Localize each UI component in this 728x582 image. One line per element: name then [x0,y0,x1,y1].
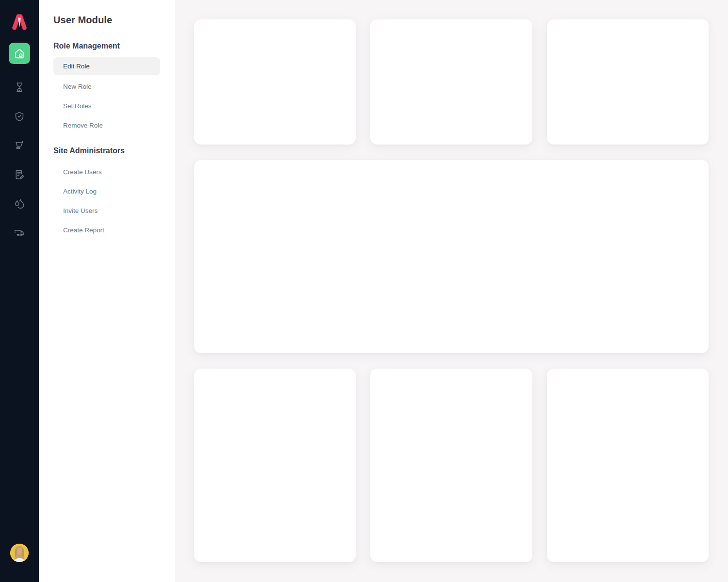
page-title: User Module [53,15,160,26]
sidebar-item-invite-users[interactable]: Invite Users [53,201,160,220]
brand-logo[interactable] [9,11,30,32]
document-edit-icon [14,169,25,180]
sidebar-item-create-users[interactable]: Create Users [53,162,160,181]
placeholder-card-bottom-2 [370,369,532,562]
site-administrators-list: Create Users Activity Log Invite Users C… [53,162,160,240]
sidebar-item-create-report[interactable]: Create Report [53,220,160,240]
sidebar-item-set-roles[interactable]: Set Roles [53,96,160,115]
placeholder-card-featured [194,160,709,353]
role-management-list: Edit Role New Role Set Roles Remove Role [53,57,160,135]
user-avatar[interactable] [10,544,29,562]
icon-rail [0,0,39,582]
nav-droplets-button[interactable] [14,198,25,210]
home-icon [13,47,26,60]
nav-home-button[interactable] [9,43,30,64]
placeholder-card-bottom-1 [194,369,356,562]
brand-logo-icon [9,11,30,32]
placeholder-card-bottom-3 [547,369,709,562]
nav-hourglass-button[interactable] [14,81,25,93]
placeholder-card-top-1 [194,19,356,145]
sidebar-item-new-role[interactable]: New Role [53,77,160,96]
user-avatar-photo [10,556,29,562]
section-heading-site-administrators: Site Administrators [53,146,160,155]
sidebar-item-remove-role[interactable]: Remove Role [53,115,160,135]
nav-truck-button[interactable] [14,227,25,239]
placeholder-card-top-3 [547,19,709,145]
hourglass-icon [14,81,25,93]
card-grid [194,19,709,562]
sidebar-item-edit-role[interactable]: Edit Role [53,57,160,75]
droplets-icon [14,198,25,210]
placeholder-card-top-2 [370,19,532,145]
secondary-sidebar: User Module Role Management Edit Role Ne… [39,0,175,582]
section-heading-role-management: Role Management [53,42,160,50]
delivery-truck-icon [14,227,25,239]
shield-check-icon [14,111,25,122]
nav-document-button[interactable] [14,169,25,180]
sidebar-item-activity-log[interactable]: Activity Log [53,181,160,201]
nav-cart-button[interactable] [14,140,25,151]
shopping-cart-icon [14,140,25,151]
nav-shield-button[interactable] [14,111,25,122]
main-content [175,0,728,582]
